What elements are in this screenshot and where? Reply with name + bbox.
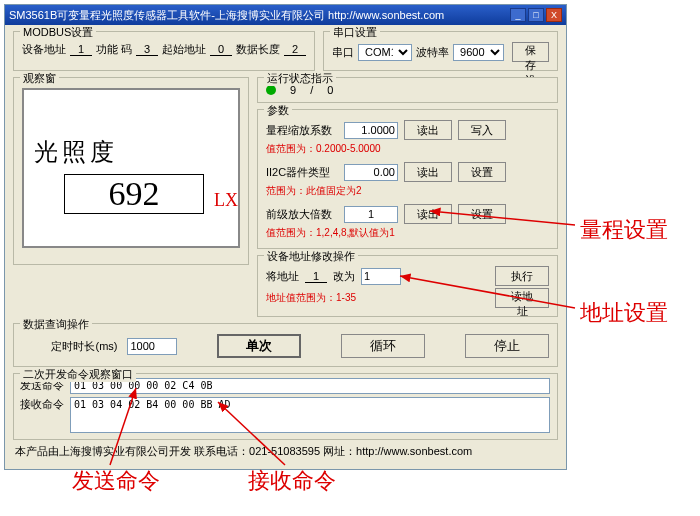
svg-line-2	[110, 388, 136, 465]
svg-line-0	[430, 211, 575, 225]
svg-line-3	[218, 402, 285, 465]
annotation-arrows	[0, 0, 700, 516]
svg-line-1	[400, 276, 575, 308]
